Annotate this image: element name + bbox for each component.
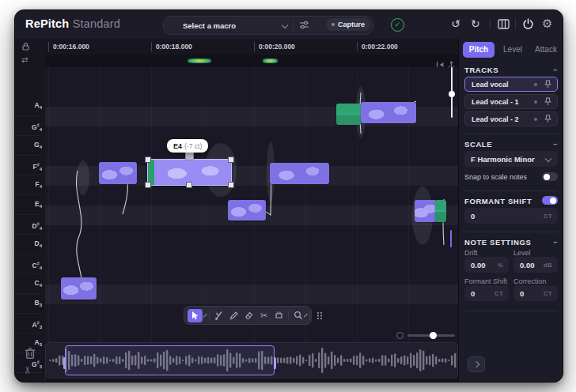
- track-label: Lead vocal: [472, 81, 534, 89]
- loop-marker[interactable]: [188, 58, 211, 63]
- tick-label: 0:00:22.000: [362, 43, 398, 51]
- note-block[interactable]: [361, 102, 416, 123]
- lock-icon[interactable]: [21, 42, 30, 51]
- snap-toggle[interactable]: [542, 172, 558, 181]
- expand-panel-button[interactable]: [468, 356, 485, 372]
- track-dot-icon[interactable]: [534, 100, 537, 104]
- macro-select[interactable]: Select a macro: [183, 21, 236, 30]
- track-label: Lead vocal - 1: [472, 98, 534, 106]
- select-tool-button[interactable]: [188, 309, 203, 322]
- viewport-right-handle[interactable]: [274, 357, 276, 369]
- note-pitch-handle[interactable]: [185, 152, 194, 160]
- eraser-tool-button[interactable]: [243, 310, 255, 322]
- tab-level[interactable]: Level: [498, 42, 527, 58]
- tick-label: 0:00:16.000: [53, 43, 89, 51]
- pitch-label: F♯4: [15, 155, 42, 175]
- note-block[interactable]: [61, 277, 97, 300]
- field-unit: CT: [495, 290, 503, 297]
- pitch-label: A♯3: [15, 313, 42, 334]
- trash-icon[interactable]: [23, 347, 37, 360]
- collapse-icon[interactable]: –: [553, 237, 558, 247]
- note-block[interactable]: [270, 163, 329, 184]
- zoom-tool-button[interactable]: [292, 310, 304, 322]
- header-bar: RePitch Standard Select a macro Capture …: [15, 10, 563, 40]
- selection-handle[interactable]: [228, 156, 234, 163]
- panel-layout-button[interactable]: [498, 19, 510, 29]
- select-tool-chevron-icon[interactable]: [203, 314, 207, 318]
- viewport-left-handle[interactable]: [63, 357, 66, 369]
- note-block[interactable]: [99, 162, 137, 184]
- piano-roll-grid[interactable]: [45, 67, 458, 344]
- tool-palette: ✂: [184, 306, 312, 325]
- selection-handle[interactable]: [228, 182, 234, 188]
- macro-settings-icon[interactable]: [299, 21, 309, 29]
- pin-icon[interactable]: [544, 115, 551, 123]
- divider: [464, 311, 558, 311]
- tick-mark: [48, 42, 49, 51]
- waveform-overview[interactable]: [45, 342, 458, 379]
- field-input[interactable]: 0.00dB: [513, 257, 558, 273]
- pitch-label: B3: [15, 293, 42, 314]
- page-background: RePitch Standard Select a macro Capture …: [0, 0, 576, 392]
- divider: [293, 21, 294, 30]
- field-input[interactable]: 0.00%: [464, 257, 509, 273]
- tab-pitch[interactable]: Pitch: [463, 42, 495, 58]
- pitch-label: D♯4: [15, 214, 42, 235]
- track-item[interactable]: Lead vocal - 2: [464, 111, 558, 126]
- undo-button[interactable]: ↺: [451, 17, 460, 31]
- palette-drag-handle[interactable]: [313, 310, 325, 322]
- note-block[interactable]: [336, 104, 361, 125]
- field-input[interactable]: 0CT: [464, 285, 509, 301]
- loop-bar[interactable]: [45, 55, 458, 68]
- tracks-section-header: TRACKS –: [464, 66, 558, 74]
- formant-toggle[interactable]: [542, 196, 558, 205]
- zoom-tool-chevron-icon[interactable]: [304, 314, 308, 318]
- cut-icon[interactable]: ✂: [24, 363, 36, 377]
- loop-icon[interactable]: ⇄: [21, 55, 28, 64]
- zoom-slider-knob[interactable]: [430, 332, 437, 339]
- capture-button[interactable]: Capture: [326, 18, 370, 31]
- tooltip-detail: (-7 ct): [184, 142, 202, 150]
- pin-icon[interactable]: [544, 97, 551, 106]
- divider: [490, 19, 491, 29]
- selection-handle[interactable]: [145, 156, 151, 163]
- chevron-down-icon: [545, 156, 551, 162]
- field-input[interactable]: 0CT: [513, 285, 558, 301]
- note-block[interactable]: [415, 200, 437, 222]
- track-item[interactable]: Lead vocal: [464, 77, 558, 92]
- zoom-out-icon[interactable]: [396, 332, 404, 339]
- collapse-icon[interactable]: –: [553, 139, 558, 149]
- formant-shift-input[interactable]: 0 CT: [464, 208, 558, 224]
- track-item[interactable]: Lead vocal - 1: [464, 94, 558, 109]
- loop-marker[interactable]: [263, 58, 278, 63]
- pitch-tool-button[interactable]: [213, 310, 225, 322]
- timeline-ruler[interactable]: 0:00:16.0000:00:18.0000:00:20.0000:00:22…: [45, 39, 458, 55]
- redo-button[interactable]: ↻: [471, 17, 480, 31]
- note-block[interactable]: [228, 200, 266, 220]
- gear-icon[interactable]: ⚙: [542, 17, 552, 31]
- scrollbar-knob[interactable]: [449, 91, 455, 97]
- timeline-tick: 0:00:22.000: [357, 39, 460, 55]
- overview-viewport[interactable]: [65, 345, 275, 375]
- track-dot-icon[interactable]: [534, 118, 537, 121]
- selection-handle[interactable]: [145, 182, 151, 188]
- pin-icon[interactable]: [544, 80, 551, 89]
- capture-dot-icon: [332, 23, 335, 26]
- selection-handle[interactable]: [186, 182, 192, 188]
- field-value: 0.00: [520, 261, 544, 270]
- track-dot-icon[interactable]: [534, 83, 537, 86]
- scale-dropdown[interactable]: F Harmonic Minor: [464, 151, 558, 167]
- power-button[interactable]: [522, 18, 534, 30]
- tooltip-note: E4: [173, 142, 182, 150]
- zoom-slider[interactable]: [393, 330, 458, 341]
- note-block[interactable]: [435, 200, 446, 222]
- glue-tool-button[interactable]: [273, 310, 285, 322]
- field-unit: CT: [544, 290, 552, 297]
- pitch-label: G♯4: [15, 115, 42, 136]
- collapse-icon[interactable]: –: [553, 65, 558, 75]
- divider: [515, 19, 516, 29]
- tab-attack[interactable]: Attack: [530, 42, 562, 58]
- scissors-tool-button[interactable]: ✂: [258, 310, 270, 322]
- chevron-down-icon[interactable]: [282, 22, 288, 28]
- pencil-tool-button[interactable]: [228, 310, 240, 322]
